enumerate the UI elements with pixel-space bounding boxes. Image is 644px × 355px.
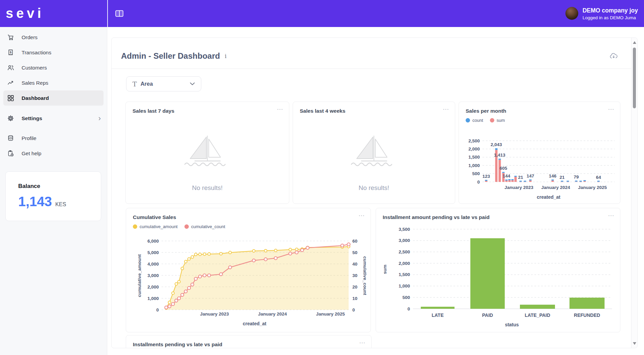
legend-dot-cumulative-count xyxy=(184,224,189,229)
card-title: Cumulative Sales xyxy=(133,214,364,220)
balance-currency: KES xyxy=(55,201,66,208)
sidebar: Orders $ Transactions Customers xyxy=(0,27,107,355)
svg-text:146: 146 xyxy=(549,173,557,179)
trend-up-icon xyxy=(7,79,14,87)
svg-text:500: 500 xyxy=(472,171,480,176)
svg-text:2,043: 2,043 xyxy=(491,142,502,147)
dashboard-title-row: Admin - Seller Dashboard i xyxy=(112,38,631,69)
ellipsis-menu-icon[interactable]: ⋯ xyxy=(443,106,449,112)
svg-text:PAID: PAID xyxy=(482,312,493,318)
cart-icon xyxy=(7,34,14,41)
sidebar-item-label: Profile xyxy=(22,135,36,141)
chart-legend: cumulative_amount cumulative_count xyxy=(133,224,225,229)
balance-card: Balance 1,143 KES xyxy=(5,171,101,221)
svg-text:3,500: 3,500 xyxy=(399,227,410,232)
svg-text:500: 500 xyxy=(402,295,410,300)
svg-text:0: 0 xyxy=(407,306,410,311)
sidebar-toggle-button[interactable] xyxy=(115,10,123,17)
balance-label: Balance xyxy=(18,183,101,190)
svg-text:LATE: LATE xyxy=(432,312,444,318)
scroll-down-arrow[interactable] xyxy=(633,342,636,345)
sidebar-item-profile[interactable]: Profile xyxy=(0,131,107,146)
svg-text:LATE_PAID: LATE_PAID xyxy=(525,312,550,318)
gear-icon xyxy=(7,115,14,122)
svg-text:created_at: created_at xyxy=(537,194,560,200)
chevron-right-icon: › xyxy=(98,115,101,122)
svg-text:5,000: 5,000 xyxy=(147,250,159,255)
chart-card-installment-amount: Installment amount pending vs late vs pa… xyxy=(376,208,620,332)
vertical-scrollbar[interactable] xyxy=(631,38,637,348)
ellipsis-menu-icon[interactable]: ⋯ xyxy=(358,212,365,219)
svg-text:3,000: 3,000 xyxy=(399,238,410,243)
svg-text:50: 50 xyxy=(352,250,357,255)
svg-text:144: 144 xyxy=(503,173,510,179)
card-title: Sales per month xyxy=(466,108,613,114)
svg-text:1,500: 1,500 xyxy=(399,272,410,277)
ellipsis-menu-icon[interactable]: ⋯ xyxy=(359,339,366,346)
chart-card-installments-pending: Installments pending vs late vs paid ⋯ xyxy=(126,335,372,348)
svg-text:10: 10 xyxy=(352,296,357,301)
svg-text:40: 40 xyxy=(352,262,357,267)
chart-card-cumulative-sales: Cumulative Sales ⋯ cumulative_amount cum… xyxy=(126,208,371,332)
legend-dot-sum xyxy=(490,118,494,122)
chevron-down-icon xyxy=(190,82,195,85)
svg-text:3,000: 3,000 xyxy=(147,273,159,278)
sidebar-item-label: Sales Reps xyxy=(22,80,48,86)
sidebar-item-label: Dashboard xyxy=(22,95,49,101)
info-icon[interactable]: i xyxy=(225,53,226,59)
app-logo[interactable]: sevi xyxy=(6,0,44,27)
svg-text:created_at: created_at xyxy=(243,321,266,326)
svg-text:1,000: 1,000 xyxy=(399,283,410,289)
area-filter-dropdown[interactable]: T Area xyxy=(126,76,201,91)
sidebar-item-label: Get help xyxy=(22,151,41,157)
svg-text:0: 0 xyxy=(352,307,355,312)
sidebar-secondary-nav: Profile Get help xyxy=(0,131,107,161)
sidebar-item-label: Customers xyxy=(22,65,47,71)
chart-card-sales-last-4-weeks: Sales last 4 weeks ⋯ No results! xyxy=(293,102,455,204)
svg-text:0: 0 xyxy=(156,307,159,312)
sidebar-item-orders[interactable]: Orders xyxy=(0,30,107,45)
grid-icon xyxy=(7,94,14,102)
svg-text:147: 147 xyxy=(527,173,534,179)
sidebar-item-sales-reps[interactable]: Sales Reps xyxy=(0,75,107,90)
user-menu[interactable]: DEMO company joy Logged in as DEMO Juma xyxy=(565,7,638,20)
dashboard-container: Admin - Seller Dashboard i T Area Sales … xyxy=(111,37,638,348)
ellipsis-menu-icon[interactable]: ⋯ xyxy=(608,106,615,112)
user-avatar[interactable] xyxy=(565,7,578,20)
svg-text:January 2023: January 2023 xyxy=(200,311,229,317)
svg-text:2,000: 2,000 xyxy=(468,146,480,152)
svg-text:1,500: 1,500 xyxy=(468,155,480,160)
svg-text:1,000: 1,000 xyxy=(468,163,480,168)
chart-legend: count sum xyxy=(466,118,505,123)
svg-text:2,500: 2,500 xyxy=(399,249,410,254)
sidebar-item-settings[interactable]: Settings › xyxy=(0,111,107,126)
cloud-download-icon[interactable] xyxy=(609,52,618,60)
sailboat-icon xyxy=(182,134,233,169)
legend-dot-count xyxy=(466,118,470,122)
clipboard-clock-icon xyxy=(7,150,14,157)
scroll-up-arrow[interactable] xyxy=(633,41,636,44)
svg-text:January 2025: January 2025 xyxy=(316,311,345,317)
chart-card-sales-per-month: Sales per month ⋯ count sum 05001,0001,5… xyxy=(459,102,620,204)
svg-text:20: 20 xyxy=(352,284,357,290)
sidebar-item-get-help[interactable]: Get help xyxy=(0,146,107,161)
svg-text:cumulative_count: cumulative_count xyxy=(362,256,368,295)
sidebar-item-transactions[interactable]: $ Transactions xyxy=(0,45,107,60)
svg-text:January 2024: January 2024 xyxy=(541,185,570,190)
scrollbar-thumb[interactable] xyxy=(633,48,636,108)
sales-per-month-chart: 05001,0001,5002,0002,5001232,0431,413605… xyxy=(459,102,621,204)
ellipsis-menu-icon[interactable]: ⋯ xyxy=(608,212,615,219)
svg-text:30: 30 xyxy=(352,273,357,278)
ellipsis-menu-icon[interactable]: ⋯ xyxy=(277,106,284,112)
balance-value: 1,143 xyxy=(18,194,52,209)
sidebar-item-label: Orders xyxy=(22,34,37,40)
card-title: Sales last 7 days xyxy=(133,108,282,114)
text-filter-icon: T xyxy=(133,80,137,88)
sailboat-icon xyxy=(349,134,399,169)
svg-text:21: 21 xyxy=(518,175,523,180)
sidebar-item-dashboard[interactable]: Dashboard xyxy=(3,90,104,106)
sidebar-item-customers[interactable]: Customers xyxy=(0,60,107,75)
filter-selected-value: Area xyxy=(141,81,153,87)
sidebar-item-label: Settings xyxy=(22,115,42,121)
main-content: Admin - Seller Dashboard i T Area Sales … xyxy=(108,27,644,355)
